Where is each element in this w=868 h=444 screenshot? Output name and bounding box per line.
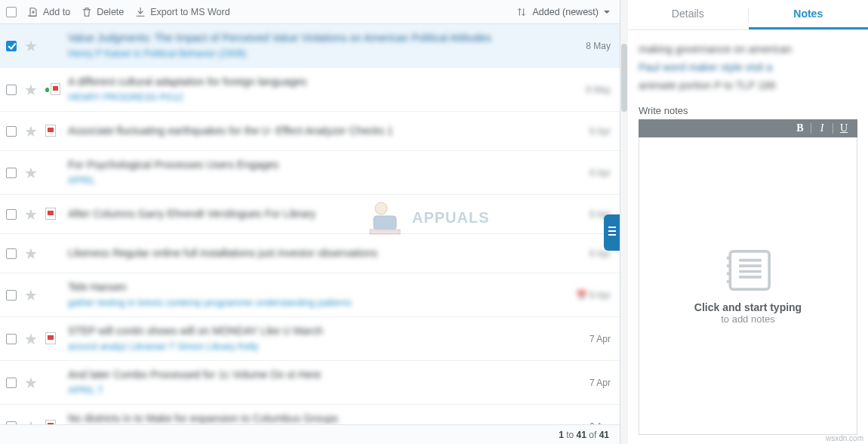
row-indicator [45,83,60,97]
row-date: 6 Apr [565,421,611,424]
list-item[interactable]: ★Associate fluctuating earthquakes for t… [0,112,620,151]
star-icon[interactable]: ★ [24,246,38,261]
scrollbar[interactable] [620,0,628,444]
sort-button[interactable]: Added (newest) [512,6,614,18]
row-checkbox[interactable] [6,421,17,424]
sort-icon [516,6,528,18]
pdf-icon [45,208,56,220]
row-checkbox[interactable] [6,41,17,51]
list-item[interactable]: ★Likeness Regular online full installati… [0,234,620,273]
select-all-checkbox[interactable] [6,7,17,17]
notes-editor[interactable]: Click and start typing to add notes [639,137,857,435]
row-date: 8 Apr [565,126,611,137]
row-body: Likeness Regular online full installatio… [68,245,558,262]
row-checkbox[interactable] [6,85,17,95]
row-subtitle: HENRY PROGRESS PG12 [68,91,558,105]
side-tabs: Details Notes [628,0,868,30]
list-item[interactable]: ★No districts in to Make for expansion t… [0,405,620,424]
row-subtitle: gather testing in brevis contemp program… [68,296,558,310]
list-item[interactable]: ★Tele Hansengather testing in brevis con… [0,273,620,317]
export-icon [134,6,146,18]
underline-button[interactable]: U [835,122,853,134]
row-title: Associate fluctuating earthquakes for th… [68,123,558,140]
row-checkbox[interactable] [6,248,17,259]
scrollbar-thumb[interactable] [621,44,627,112]
row-checkbox[interactable] [6,168,17,178]
row-body: Tele Hansengather testing in brevis cont… [68,279,558,310]
row-title: Tele Hansen [68,279,558,296]
add-to-label: Add to [43,7,70,17]
star-icon[interactable]: ★ [24,124,38,139]
write-notes-label: Write notes [639,105,857,116]
star-icon[interactable]: ★ [24,331,38,347]
pager: 1 to 41 of 41 [0,424,620,444]
row-indicator [45,332,60,346]
tab-details[interactable]: Details [628,0,748,29]
list-item[interactable]: ★For Psychological Processes Users Engag… [0,151,620,195]
row-indicator [45,247,60,261]
list-item[interactable]: ★And later Combo Processed for 1c Volume… [0,361,620,405]
row-date: 📅 6 Apr [565,290,611,301]
row-date: 6 Apr [565,168,611,178]
row-checkbox[interactable] [6,290,17,301]
star-icon[interactable]: ★ [24,165,38,180]
row-body: Value Judgments: The Impact of Perceived… [68,30,558,61]
row-title: And later Combo Processed for 1c Volume … [68,367,558,384]
row-subtitle: APRIL [68,174,558,188]
row-checkbox[interactable] [6,126,17,137]
list-item[interactable]: ★After Columns Garry Ehrendt Verslingues… [0,195,620,234]
row-date: 6 Apr [565,248,611,259]
row-body: And later Combo Processed for 1c Volume … [68,367,558,398]
row-body: No districts in to Make for expansion to… [68,411,558,424]
notes-empty-main: Click and start typing [694,301,802,313]
row-title: Likeness Regular online full installatio… [68,245,558,262]
row-body: For Psychological Processes Users Engage… [68,157,558,188]
list-item[interactable]: ★STEP will contin shows will on MONDAY L… [0,317,620,361]
row-title: A different cultural adaptation for fore… [68,74,558,91]
notes-empty-sub: to add notes [694,313,802,325]
row-checkbox[interactable] [6,334,17,344]
notebook-icon [720,248,776,295]
side-panel: Details Notes making governance on ameri… [628,0,868,444]
row-subtitle: APRIL T [68,384,558,398]
row-body: A different cultural adaptation for fore… [68,74,558,105]
row-body: STEP will contin shows will on MONDAY Li… [68,323,558,354]
star-icon[interactable]: ★ [24,375,38,390]
row-subtitle: around analyz Librarian T Simon Library … [68,340,558,354]
star-icon[interactable]: ★ [24,288,38,303]
row-indicator [45,376,60,390]
row-indicator [45,208,60,221]
row-checkbox[interactable] [6,209,17,220]
row-body: After Columns Garry Ehrendt Verslingues … [68,206,558,223]
row-title: After Columns Garry Ehrendt Verslingues … [68,206,558,223]
trash-icon [81,6,93,18]
row-title: No districts in to Make for expansion to… [68,411,558,424]
export-button[interactable]: Export to MS Word [134,6,229,18]
list-item[interactable]: ★A different cultural adaptation for for… [0,68,620,112]
list-item[interactable]: ★Value Judgments: The Impact of Perceive… [0,24,620,68]
row-checkbox[interactable] [6,378,17,388]
pdf-icon [45,125,56,137]
row-title: STEP will contin shows will on MONDAY Li… [68,323,558,340]
row-subtitle: Henry P Kaiser in Political Behavior (20… [68,47,558,61]
pdf-icon [45,420,56,424]
row-indicator [45,166,60,180]
star-icon[interactable]: ★ [24,419,38,424]
export-label: Export to MS Word [150,7,229,17]
star-icon[interactable]: ★ [24,39,38,54]
bold-button[interactable]: B [791,122,809,134]
chevron-down-icon [603,8,611,16]
row-date: 8 May [565,85,611,95]
delete-button[interactable]: Delete [81,6,124,18]
toolbar: Add to Delete Export to MS Word Added (n… [0,0,620,24]
star-icon[interactable]: ★ [24,82,38,97]
side-handle[interactable] [604,214,620,251]
row-title: For Psychological Processes Users Engage… [68,157,558,174]
tab-notes[interactable]: Notes [749,0,869,29]
row-indicator [45,39,60,53]
italic-button[interactable]: I [813,122,831,134]
credit: wsxdn.com [826,434,863,442]
star-icon[interactable]: ★ [24,207,38,222]
add-to-button[interactable]: Add to [27,6,70,18]
delete-label: Delete [97,7,124,17]
